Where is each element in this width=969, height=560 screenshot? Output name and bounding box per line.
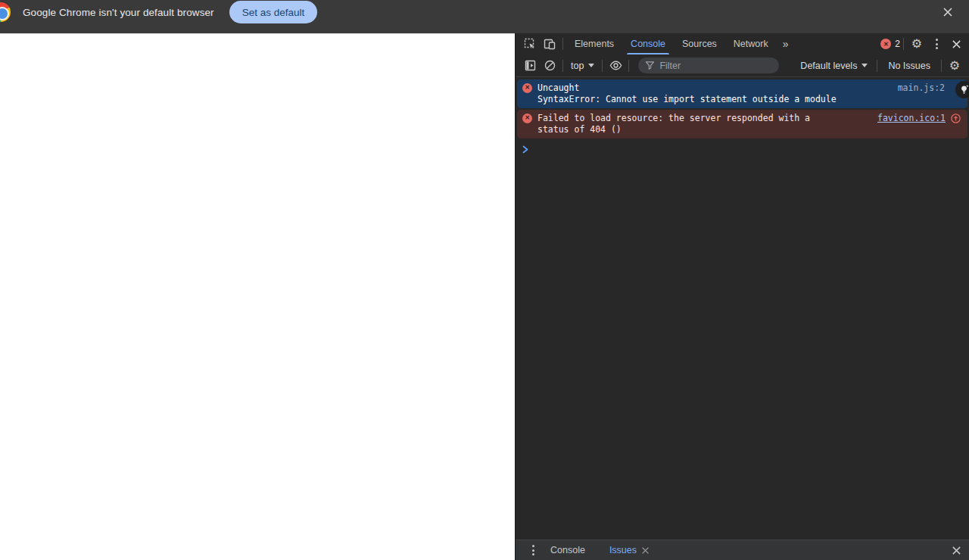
prompt-chevron-icon xyxy=(522,145,529,154)
console-log: ✕ Uncaught SyntaxError: Cannot use impor… xyxy=(516,77,969,540)
tab-console[interactable]: Console xyxy=(622,33,674,54)
drawer-close-icon[interactable] xyxy=(952,546,961,555)
divider xyxy=(562,38,563,50)
drawer-bar: Console Issues xyxy=(516,540,969,560)
console-settings-gear-icon[interactable]: ⚙ xyxy=(945,56,964,76)
console-message-syntax-error[interactable]: ✕ Uncaught SyntaxError: Cannot use impor… xyxy=(517,79,967,108)
drawer-tab-issues[interactable]: Issues xyxy=(602,545,640,555)
device-toolbar-icon[interactable] xyxy=(540,34,559,54)
divider xyxy=(628,60,629,72)
page-content xyxy=(0,33,515,560)
inspect-element-icon[interactable] xyxy=(520,34,540,54)
divider xyxy=(562,60,563,72)
console-prompt[interactable] xyxy=(516,140,969,154)
context-selector[interactable]: top xyxy=(566,61,599,71)
source-link[interactable]: main.js:2 xyxy=(898,82,945,94)
divider xyxy=(877,60,877,72)
infobar-message: Google Chrome isn't your default browser xyxy=(23,7,214,18)
default-levels-dropdown[interactable]: Default levels xyxy=(794,61,874,71)
error-icon: ✕ xyxy=(522,114,532,123)
settings-gear-icon[interactable]: ⚙ xyxy=(907,34,927,54)
divider xyxy=(903,38,904,50)
drawer-menu-icon[interactable] xyxy=(523,540,543,560)
divider xyxy=(602,60,603,72)
issues-tab-close-icon[interactable] xyxy=(641,546,650,555)
divider xyxy=(941,60,942,72)
tab-network[interactable]: Network xyxy=(725,33,777,54)
chrome-logo-icon xyxy=(0,2,11,22)
filter-placeholder: Filter xyxy=(659,61,681,71)
levels-value: Default levels xyxy=(800,61,857,71)
ai-insight-lightbulb-icon[interactable] xyxy=(955,81,969,98)
default-browser-infobar: Google Chrome isn't your default browser… xyxy=(0,0,969,33)
filter-input[interactable]: Filter xyxy=(638,58,779,73)
live-expression-eye-icon[interactable] xyxy=(606,56,625,76)
clear-console-icon[interactable] xyxy=(540,56,559,76)
filter-funnel-icon xyxy=(645,61,655,70)
issues-status[interactable]: No Issues xyxy=(880,61,938,71)
tab-sources[interactable]: Sources xyxy=(674,33,725,54)
error-icon: ✕ xyxy=(522,83,532,93)
error-count: 2 xyxy=(895,39,900,49)
console-message-404-error[interactable]: ✕ Failed to load resource: the server re… xyxy=(517,110,967,138)
infobar-close-icon[interactable] xyxy=(939,3,957,21)
console-toolbar: top Filter Default levels xyxy=(516,54,969,77)
drawer-tab-console[interactable]: Console xyxy=(543,545,593,555)
devtools-panel: Elements Console Sources Network » ✕ 2 ⚙ xyxy=(515,33,969,560)
context-value: top xyxy=(571,61,584,71)
chevron-down-icon xyxy=(588,64,594,67)
related-issue-icon[interactable] xyxy=(950,113,961,124)
tab-elements[interactable]: Elements xyxy=(566,33,622,54)
chevron-down-icon xyxy=(862,64,868,67)
devtools-menu-icon[interactable] xyxy=(927,34,946,54)
source-link[interactable]: favicon.ico:1 xyxy=(877,113,946,124)
error-icon: ✕ xyxy=(880,39,891,49)
console-sidebar-icon[interactable] xyxy=(520,56,540,76)
more-tabs-icon[interactable]: » xyxy=(777,38,795,50)
devtools-close-icon[interactable] xyxy=(946,34,966,54)
set-as-default-button[interactable]: Set as default xyxy=(229,1,318,23)
devtools-tabbar: Elements Console Sources Network » ✕ 2 ⚙ xyxy=(516,33,969,54)
error-count-badge[interactable]: ✕ 2 xyxy=(880,39,900,49)
